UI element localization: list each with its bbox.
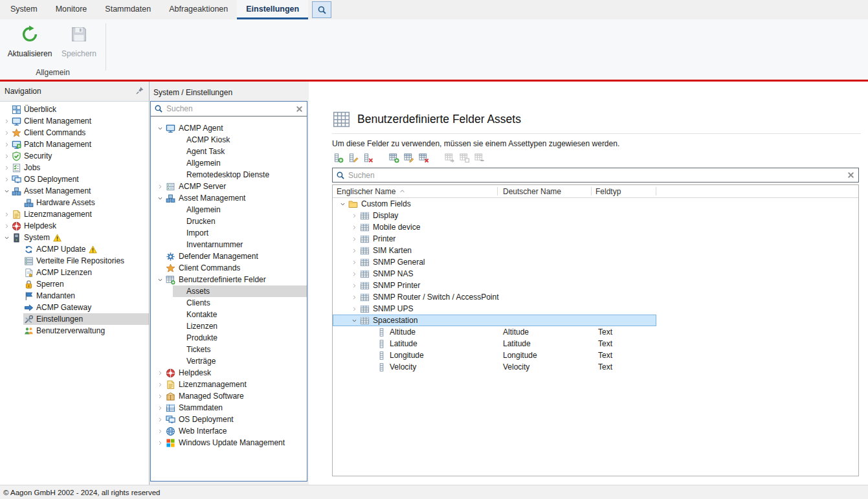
- settings-tree-item-lizenzen[interactable]: Lizenzen: [151, 320, 307, 332]
- chevron-right-icon[interactable]: [3, 117, 11, 126]
- nav-item-mandanten[interactable]: Mandanten: [0, 290, 149, 302]
- nav-item-acmp-update[interactable]: ACMP Update: [0, 243, 149, 255]
- table-row-snmp-router-switch-accesspoint[interactable]: SNMP Router / Switch / AccessPoint: [333, 291, 858, 303]
- copy-field-button[interactable]: [458, 151, 471, 164]
- chevron-right-icon[interactable]: [155, 392, 164, 401]
- move-field-button[interactable]: [443, 151, 456, 164]
- table-row-sim-karten[interactable]: SIM Karten: [333, 245, 858, 256]
- chevron-right-icon[interactable]: [3, 152, 11, 161]
- close-icon[interactable]: [847, 171, 855, 179]
- settings-tree-item-tickets[interactable]: Tickets: [151, 344, 307, 355]
- chevron-right-icon[interactable]: [155, 380, 164, 389]
- settings-search-input[interactable]: Suchen: [151, 102, 307, 116]
- chevron-right-icon[interactable]: [155, 182, 164, 191]
- table-row-custom-fields[interactable]: Custom Fields: [333, 198, 858, 210]
- new-table-button[interactable]: [388, 151, 401, 164]
- edit-field-button[interactable]: [347, 151, 360, 164]
- table-row-snmp-ups[interactable]: SNMP UPS: [333, 303, 858, 315]
- settings-tree-item-benutzerdefinierte-felder[interactable]: Benutzerdefinierte Felder: [151, 274, 307, 285]
- nav-item-asset-management[interactable]: Asset Management: [0, 185, 149, 197]
- settings-tree-item-assets[interactable]: Assets: [151, 285, 307, 297]
- pin-icon[interactable]: [135, 86, 144, 95]
- chevron-right-icon[interactable]: [350, 223, 359, 232]
- settings-tree-item-clients[interactable]: Clients: [151, 297, 307, 309]
- chevron-right-icon[interactable]: [155, 427, 164, 436]
- settings-tree-item-allgemein[interactable]: Allgemein: [151, 204, 307, 216]
- table-row-latitude[interactable]: LatitudeLatitudeText: [333, 338, 858, 349]
- settings-tree-item-os-deployment[interactable]: OS Deployment: [151, 414, 307, 425]
- chevron-right-icon[interactable]: [3, 140, 11, 149]
- chevron-right-icon[interactable]: [3, 210, 11, 219]
- tab-abfrageaktionen[interactable]: Abfrageaktionen: [160, 0, 237, 19]
- new-field-button[interactable]: [332, 151, 345, 164]
- settings-tree-item-agent-task[interactable]: Agent Task: [151, 146, 307, 157]
- chevron-right-icon[interactable]: [350, 293, 359, 302]
- nav-item-client-management[interactable]: Client Management: [0, 115, 149, 127]
- ribbon-search-button[interactable]: [312, 1, 331, 18]
- table-row-velocity[interactable]: VelocityVelocityText: [333, 361, 858, 373]
- nav-item-verteilte-file-repositories[interactable]: Verteilte File Repositories: [0, 255, 149, 267]
- chevron-down-icon[interactable]: [338, 199, 347, 208]
- settings-tree-item-stammdaten[interactable]: Stammdaten: [151, 402, 307, 414]
- chevron-down-icon[interactable]: [3, 187, 11, 195]
- settings-tree-item-acmp-agent[interactable]: ACMP Agent: [151, 122, 307, 134]
- table-row-display[interactable]: Display: [333, 210, 858, 221]
- column-header-englischer-name[interactable]: Englischer Name: [333, 185, 498, 197]
- nav-item-hardware-assets[interactable]: Hardware Assets: [0, 197, 149, 208]
- chevron-right-icon[interactable]: [350, 246, 359, 255]
- settings-tree-item-remotedesktop-dienste[interactable]: Remotedesktop Dienste: [151, 169, 307, 181]
- settings-tree-item-kontakte[interactable]: Kontakte: [151, 309, 307, 320]
- chevron-right-icon[interactable]: [155, 438, 164, 447]
- table-row-snmp-nas[interactable]: SNMP NAS: [333, 268, 858, 280]
- nav-item-security[interactable]: Security: [0, 150, 149, 162]
- chevron-down-icon[interactable]: [155, 124, 164, 133]
- table-row-printer[interactable]: Printer: [333, 233, 858, 245]
- column-header-feldtyp[interactable]: Feldtyp: [592, 185, 656, 197]
- settings-tree-item-asset-management[interactable]: Asset Management: [151, 192, 307, 204]
- tab-stammdaten[interactable]: Stammdaten: [96, 0, 160, 19]
- nav-item-acmp-lizenzen[interactable]: ACMP Lizenzen: [0, 267, 149, 278]
- settings-tree-item-lizenzmanagement[interactable]: Lizenzmanagement: [151, 379, 307, 390]
- tab-system[interactable]: System: [1, 0, 47, 19]
- nav-item-acmp-gateway[interactable]: ACMP Gateway: [0, 302, 149, 313]
- fields-search-input[interactable]: Suchen: [332, 168, 859, 183]
- settings-tree-item-inventarnummer[interactable]: Inventarnummer: [151, 239, 307, 250]
- remove-field-button[interactable]: [473, 151, 486, 164]
- chevron-right-icon[interactable]: [3, 129, 11, 137]
- table-row-spacestation[interactable]: Spacestation: [333, 315, 858, 326]
- refresh-button[interactable]: Aktualisieren: [6, 25, 53, 58]
- nav-item-benutzerverwaltung[interactable]: Benutzerverwaltung: [0, 325, 149, 337]
- chevron-right-icon[interactable]: [350, 211, 359, 220]
- settings-tree-item-acmp-kiosk[interactable]: ACMP Kiosk: [151, 134, 307, 146]
- chevron-right-icon[interactable]: [350, 269, 359, 278]
- chevron-down-icon[interactable]: [155, 275, 164, 284]
- nav-item-lizenzmanagement[interactable]: Lizenzmanagement: [0, 208, 149, 220]
- settings-tree-item-defender-management[interactable]: Defender Management: [151, 250, 307, 262]
- settings-tree-item-allgemein[interactable]: Allgemein: [151, 157, 307, 169]
- chevron-right-icon[interactable]: [3, 175, 11, 184]
- chevron-right-icon[interactable]: [350, 234, 359, 243]
- tab-einstellungen[interactable]: Einstellungen: [237, 0, 308, 19]
- settings-tree-item-helpdesk[interactable]: Helpdesk: [151, 367, 307, 379]
- chevron-right-icon[interactable]: [155, 403, 164, 412]
- settings-tree-item-windows-update-management[interactable]: Windows Update Management: [151, 437, 307, 449]
- table-row-snmp-general[interactable]: SNMP General: [333, 256, 858, 268]
- settings-tree-item-web-interface[interactable]: Web Interface: [151, 425, 307, 437]
- chevron-right-icon[interactable]: [3, 164, 11, 172]
- settings-tree-item-client-commands[interactable]: Client Commands: [151, 262, 307, 274]
- save-button[interactable]: Speichern: [56, 25, 102, 58]
- chevron-right-icon[interactable]: [3, 222, 11, 230]
- chevron-down-icon[interactable]: [350, 316, 359, 325]
- nav-item-uberblick[interactable]: Überblick: [0, 104, 149, 115]
- table-row-snmp-printer[interactable]: SNMP Printer: [333, 280, 858, 291]
- nav-item-patch-management[interactable]: Patch Management: [0, 139, 149, 150]
- settings-tree-item-vertrage[interactable]: Verträge: [151, 355, 307, 367]
- settings-tree-item-produkte[interactable]: Produkte: [151, 332, 307, 344]
- settings-tree-item-managed-software[interactable]: Managed Software: [151, 390, 307, 402]
- nav-item-helpdesk[interactable]: Helpdesk: [0, 220, 149, 232]
- nav-item-jobs[interactable]: Jobs: [0, 162, 149, 173]
- nav-item-client-commands[interactable]: Client Commands: [0, 127, 149, 139]
- chevron-right-icon[interactable]: [350, 258, 359, 267]
- settings-tree-item-acmp-server[interactable]: ACMP Server: [151, 181, 307, 192]
- chevron-down-icon[interactable]: [155, 194, 164, 203]
